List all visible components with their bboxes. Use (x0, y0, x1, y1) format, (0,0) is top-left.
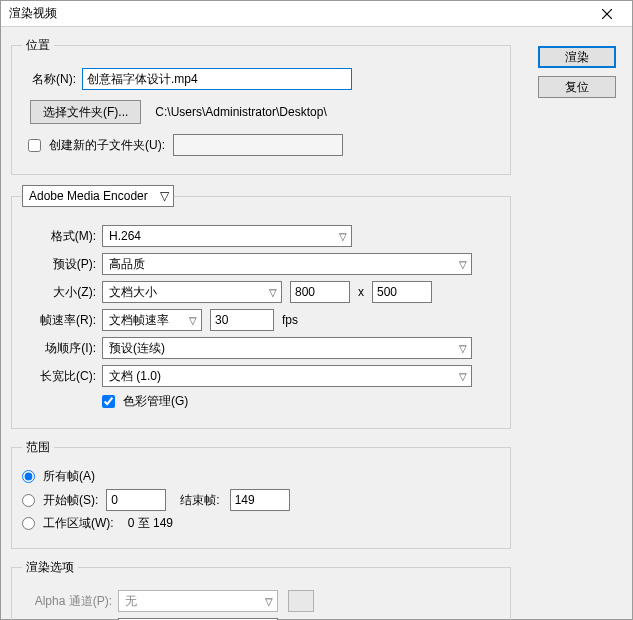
titlebar: 渲染视频 (1, 1, 632, 27)
color-mgmt-checkbox[interactable]: 色彩管理(G) (102, 393, 188, 410)
size-mode-select[interactable]: 文档大小 ▽ (102, 281, 282, 303)
format-value: H.264 (109, 229, 141, 243)
location-legend: 位置 (22, 37, 54, 54)
chevron-down-icon: ▽ (265, 596, 273, 607)
range-work-radio[interactable]: 工作区域(W): (22, 515, 114, 532)
chevron-down-icon: ▽ (459, 259, 467, 270)
fps-unit: fps (282, 313, 298, 327)
fps-label: 帧速率(R): (22, 312, 102, 329)
chevron-down-icon: ▽ (269, 287, 277, 298)
aspect-value: 文档 (1.0) (109, 368, 161, 385)
options-group: 渲染选项 Alpha 通道(P): 无 ▽ 3D 品质: 交互 ▽ (11, 559, 511, 620)
size-x-label: x (358, 285, 364, 299)
preset-value: 高品质 (109, 256, 145, 273)
create-subfolder-box[interactable] (28, 139, 41, 152)
close-icon (602, 9, 612, 19)
range-legend: 范围 (22, 439, 54, 456)
alpha-select: 无 ▽ (118, 590, 278, 612)
color-mgmt-label: 色彩管理(G) (123, 393, 188, 410)
aspect-label: 长宽比(C): (22, 368, 102, 385)
range-all-input[interactable] (22, 470, 35, 483)
preset-label: 预设(P): (22, 256, 102, 273)
chevron-down-icon: ▽ (189, 315, 197, 326)
name-label: 名称(N): (22, 71, 82, 88)
fps-input[interactable] (210, 309, 274, 331)
subfolder-input[interactable] (173, 134, 343, 156)
end-frame-input[interactable] (230, 489, 290, 511)
size-mode-value: 文档大小 (109, 284, 157, 301)
color-mgmt-box[interactable] (102, 395, 115, 408)
alpha-value: 无 (125, 593, 137, 610)
size-label: 大小(Z): (22, 284, 102, 301)
range-group: 范围 所有帧(A) 开始帧(S): 结束帧: (11, 439, 511, 549)
range-start-radio[interactable]: 开始帧(S): (22, 492, 98, 509)
options-legend: 渲染选项 (22, 559, 78, 576)
end-frame-label: 结束帧: (180, 492, 219, 509)
create-subfolder-checkbox[interactable]: 创建新的子文件夹(U): (28, 137, 165, 154)
range-work-label: 工作区域(W): (43, 515, 114, 532)
name-input[interactable] (82, 68, 352, 90)
alpha-extra-button (288, 590, 314, 612)
start-frame-input[interactable] (106, 489, 166, 511)
order-label: 场顺序(I): (22, 340, 102, 357)
range-start-label: 开始帧(S): (43, 492, 98, 509)
chevron-down-icon: ▽ (459, 371, 467, 382)
chevron-down-icon: ▽ (339, 231, 347, 242)
order-value: 预设(连续) (109, 340, 165, 357)
format-label: 格式(M): (22, 228, 102, 245)
alpha-label: Alpha 通道(P): (22, 593, 118, 610)
close-button[interactable] (586, 3, 628, 25)
encoder-select[interactable]: Adobe Media Encoder ▽ (22, 185, 174, 207)
range-start-input[interactable] (22, 494, 35, 507)
range-work-text: 0 至 149 (128, 515, 173, 532)
encoder-select-value: Adobe Media Encoder (29, 189, 148, 203)
order-select[interactable]: 预设(连续) ▽ (102, 337, 472, 359)
window-title: 渲染视频 (9, 5, 57, 22)
dialog-window: 渲染视频 渲染 复位 位置 名称(N): (0, 0, 633, 620)
choose-folder-button[interactable]: 选择文件夹(F)... (30, 100, 141, 124)
range-all-radio[interactable]: 所有帧(A) (22, 468, 95, 485)
size-height-input[interactable] (372, 281, 432, 303)
fps-mode-value: 文档帧速率 (109, 312, 169, 329)
location-group: 位置 名称(N): 选择文件夹(F)... C:\Users\Administr… (11, 37, 511, 175)
range-all-label: 所有帧(A) (43, 468, 95, 485)
chevron-down-icon: ▽ (160, 189, 169, 203)
size-width-input[interactable] (290, 281, 350, 303)
range-work-input[interactable] (22, 517, 35, 530)
preset-select[interactable]: 高品质 ▽ (102, 253, 472, 275)
folder-path-text: C:\Users\Administrator\Desktop\ (155, 105, 326, 119)
aspect-select[interactable]: 文档 (1.0) ▽ (102, 365, 472, 387)
create-subfolder-label: 创建新的子文件夹(U): (49, 137, 165, 154)
content-area: 位置 名称(N): 选择文件夹(F)... C:\Users\Administr… (1, 27, 632, 619)
chevron-down-icon: ▽ (459, 343, 467, 354)
fps-mode-select[interactable]: 文档帧速率 ▽ (102, 309, 202, 331)
choose-folder-label: 选择文件夹(F)... (43, 104, 128, 121)
encoder-group: Adobe Media Encoder ▽ 格式(M): H.264 ▽ 预设(… (11, 185, 511, 429)
format-select[interactable]: H.264 ▽ (102, 225, 352, 247)
